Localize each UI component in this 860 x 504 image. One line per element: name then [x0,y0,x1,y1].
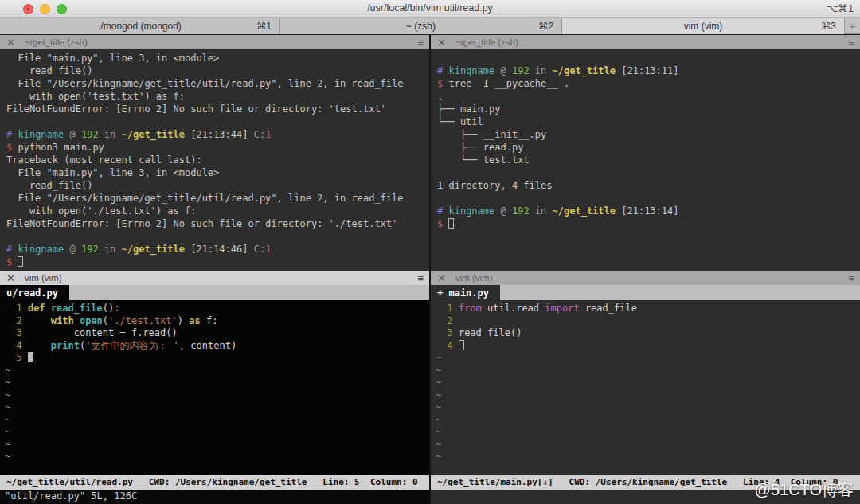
terminal-line: ~ [436,377,860,389]
terminal-line: ~ [5,365,429,377]
vim-tabline: u/read.py [0,285,429,300]
terminal-line: # kingname @ 192 in ~/get_title [21:13:1… [437,64,860,77]
pane-menu-icon[interactable]: ≡ [417,272,423,284]
terminal-line: $ [437,217,860,230]
terminal-line [6,115,429,128]
terminal-output[interactable]: # kingname @ 192 in ~/get_title [21:13:1… [431,49,860,271]
terminal-line: $ tree -I __pycache__ . [437,77,860,90]
terminal-line: 3 content = f.read() [5,327,429,340]
pane-top-left-zsh: ✕ ~/get_title (zsh) ≡ File "main.py", li… [0,35,429,271]
vim-buffer-main-py[interactable]: 1 from util.read import read_file 2 3 re… [431,300,860,475]
pane-title: ~/get_title (zsh) [455,37,518,47]
window-titlebar: /usr/local/bin/vim util/read.py ⌥⌘1 [0,0,860,18]
tab-shortcut: ⌘2 [538,21,553,32]
text-cursor [448,218,454,229]
tab-vim[interactable]: vim (vim) ⌘3 [562,18,845,34]
terminal-line: ~ [5,451,429,463]
tab-shortcut: ⌘1 [256,21,272,32]
terminal-line: 5 [5,352,429,365]
terminal-line: 4 [436,340,860,353]
terminal-line: ~ [436,414,860,427]
terminal-line [437,52,860,64]
close-pane-icon[interactable]: ✕ [6,37,15,49]
terminal-line: # kingname @ 192 in ~/get_title [21:13:1… [437,205,860,217]
pane-title: vim (vim) [455,273,493,283]
terminal-line: with open('test.txt') as f: [6,90,429,103]
pane-header: ✕ ~/get_title (zsh) ≡ [431,35,860,49]
terminal-line: ~ [436,401,860,414]
pane-header: ✕ vim (vim) ≡ [0,271,429,285]
terminal-line: read_file() [6,179,429,192]
terminal-line: ~ [436,352,860,365]
pane-menu-icon[interactable]: ≡ [417,37,423,49]
terminal-line: ~ [436,389,860,402]
watermark: @51CTO博客 [755,479,854,501]
vim-tabline: + main.py [431,285,860,300]
terminal-line: ~ [5,426,429,439]
terminal-line: ├── __init__.py [437,128,860,141]
terminal-line: ~ [436,426,860,439]
terminal-line: 1 directory, 4 files [437,179,860,192]
terminal-line: ~ [5,377,429,389]
terminal-line: 1 from util.read import read_file [436,303,860,315]
terminal-line: . [437,90,860,103]
terminal-line: ~ [5,439,429,451]
terminal-line: 2 with open('./test.txt') as f: [5,315,429,328]
vim-tab-main-py[interactable]: + main.py [431,285,500,300]
terminal-line: ~ [5,389,429,402]
terminal-line: ~ [5,414,429,427]
terminal-line: ~ [5,401,429,414]
pane-top-right-zsh: ✕ ~/get_title (zsh) ≡ # kingname @ 192 i… [431,35,860,271]
text-cursor [18,256,23,267]
close-pane-icon[interactable]: ✕ [437,37,446,49]
terminal-line: File "main.py", line 3, in <module> [6,52,429,64]
terminal-line: ├── read.py [437,141,860,154]
terminal-line: 4 print('文件中的内容为： ', content) [5,340,429,353]
tab-label: ~ (zsh) [406,21,436,32]
pane-menu-icon[interactable]: ≡ [848,272,854,284]
vim-command-line: "util/read.py" 5L, 126C [0,490,429,504]
pane-title: ~/get_title (zsh) [25,37,88,47]
terminal-line: File "main.py", line 3, in <module> [6,166,429,179]
pane-title: vim (vim) [25,273,62,283]
text-cursor [28,352,33,362]
terminal-line: ~ [436,439,860,451]
vim-statusline: ~/get_title/util/read.py CWD: /Users/kin… [0,475,429,490]
tab-bar: ./mongod (mongod) ⌘1 ~ (zsh) ⌘2 vim (vim… [0,18,860,34]
terminal-line: File "/Users/kingname/get_title/util/rea… [6,192,429,205]
terminal-line: # kingname @ 192 in ~/get_title [21:13:4… [6,128,429,141]
terminal-line: # kingname @ 192 in ~/get_title [21:14:4… [6,243,429,256]
terminal-line: read_file() [6,64,429,77]
pane-divider[interactable] [429,35,431,504]
terminal-output[interactable]: File "main.py", line 3, in <module> read… [0,49,429,271]
vim-buffer-read-py[interactable]: 1 def read_file(): 2 with open('./test.t… [0,300,429,475]
terminal-line: ├── main.py [437,103,860,115]
terminal-window: /usr/local/bin/vim util/read.py ⌥⌘1 ./mo… [0,0,860,504]
tab-mongod[interactable]: ./mongod (mongod) ⌘1 [0,18,280,34]
pane-bottom-left-vim: ✕ vim (vim) ≡ u/read.py 1 def read_file(… [0,271,429,504]
terminal-line: with open('./test.txt') as f: [6,205,429,217]
tab-shortcut: ⌘3 [821,21,836,32]
vim-tab-read-py[interactable]: u/read.py [0,285,69,300]
terminal-line: File "/Users/kingname/get_title/util/rea… [6,77,429,90]
window-title: /usr/local/bin/vim util/read.py [0,2,860,14]
pane-bottom-right-vim: ✕ vim (vim) ≡ + main.py 1 from util.read… [431,271,860,504]
terminal-line: FileNotFoundError: [Errno 2] No such fil… [6,217,429,230]
tab-label: vim (vim) [684,21,723,32]
new-tab-button[interactable]: + [845,18,860,33]
terminal-line: 1 def read_file(): [5,303,429,315]
pane-header: ✕ ~/get_title (zsh) ≡ [0,35,429,49]
terminal-line: 3 read_file() [436,327,860,340]
tab-zsh[interactable]: ~ (zsh) ⌘2 [280,18,562,34]
terminal-line: 2 [436,315,860,328]
text-cursor [459,340,464,350]
terminal-line: └── test.txt [437,154,860,166]
terminal-line: ~ [436,451,860,463]
pane-menu-icon[interactable]: ≡ [848,37,854,49]
close-pane-icon[interactable]: ✕ [437,272,446,284]
window-shortcut-hint: ⌥⌘1 [827,2,854,14]
close-pane-icon[interactable]: ✕ [6,272,15,284]
pane-header: ✕ vim (vim) ≡ [431,271,860,285]
tab-label: ./mongod (mongod) [98,21,182,32]
terminal-line: $ [6,256,429,268]
